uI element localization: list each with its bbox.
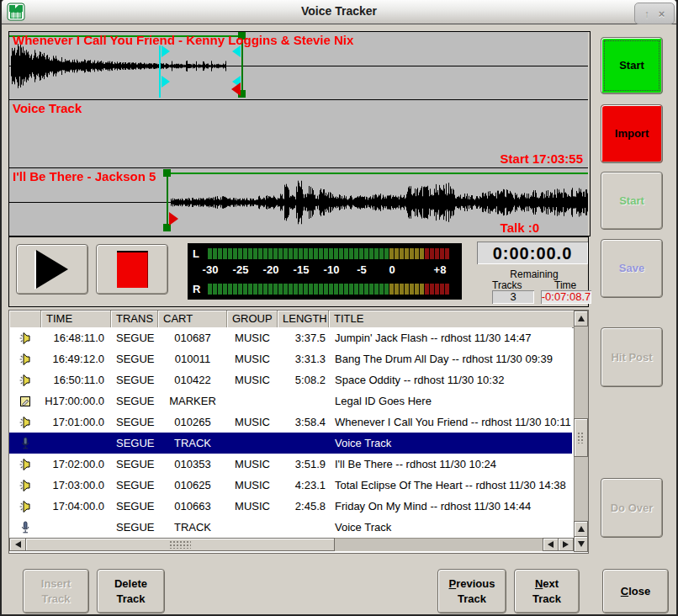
- fade-marker-line[interactable]: [159, 45, 161, 98]
- start-record-button[interactable]: Start: [601, 37, 663, 94]
- cell-trans: SEGUE: [111, 374, 158, 386]
- meter-segment: [389, 248, 394, 259]
- track-start-handle[interactable]: [163, 169, 171, 177]
- cell-length: 3:37.5: [278, 332, 329, 344]
- shade-window-icon[interactable]: ↑: [644, 8, 650, 19]
- fade-marker-handle[interactable]: [162, 45, 170, 57]
- meter-segment: [233, 248, 237, 259]
- play-button[interactable]: [16, 244, 88, 295]
- track-start-line[interactable]: [167, 171, 168, 231]
- log-row[interactable]: SEGUETRACKVoice Track: [9, 517, 572, 538]
- log-row[interactable]: 16:50:11.0SEGUE010422MUSIC5:08.2Space Od…: [9, 369, 572, 390]
- column-header-length[interactable]: LENGTH: [278, 311, 329, 327]
- cell-cart: TRACK: [158, 437, 227, 449]
- vertical-scrollbar[interactable]: [574, 311, 588, 551]
- stop-button[interactable]: [96, 244, 168, 295]
- meter-segment: [349, 248, 353, 259]
- scroll-up-button-2[interactable]: [574, 521, 588, 537]
- meter-segment: [405, 284, 409, 295]
- fade-end-handle[interactable]: [232, 45, 241, 57]
- meter-segment: [228, 248, 232, 259]
- meter-segment: [263, 284, 267, 295]
- meter-segment: [349, 284, 353, 295]
- import-button[interactable]: Import: [601, 104, 663, 163]
- cell-length: 2:45.8: [278, 500, 329, 512]
- meter-segment: [304, 284, 308, 295]
- scroll-left-button-2[interactable]: [543, 538, 559, 551]
- vertical-scroll-thumb[interactable]: [574, 418, 588, 457]
- meter-segment: [324, 284, 328, 295]
- close-button[interactable]: Close: [602, 569, 669, 613]
- cell-title: Friday On My Mind -- rdhost 11/30 14:44: [329, 500, 572, 512]
- meter-segment: [299, 248, 303, 259]
- cell-length: 4:23.1: [278, 479, 329, 491]
- meter-segment: [289, 248, 293, 259]
- scroll-right-button[interactable]: [558, 538, 574, 551]
- cell-group: MUSIC: [227, 479, 278, 491]
- meter-right-bar: [208, 284, 449, 295]
- column-header-cart[interactable]: CART: [158, 311, 227, 327]
- close-window-icon[interactable]: ×: [659, 8, 665, 19]
- log-row[interactable]: 17:04:00.0SEGUE010663MUSIC2:45.8Friday O…: [9, 496, 572, 517]
- cell-cart: 010663: [158, 500, 227, 512]
- arrow-left-icon: [548, 541, 554, 548]
- meter-segment: [379, 284, 384, 295]
- meter-segment: [248, 248, 252, 259]
- log-row[interactable]: 16:49:12.0SEGUE010011MUSIC3:31.3Bang The…: [9, 348, 572, 369]
- previous-track-button[interactable]: PreviousTrack: [437, 569, 506, 613]
- end-marker-handle[interactable]: [231, 82, 241, 96]
- next-track-button[interactable]: NextTrack: [514, 569, 580, 613]
- horizontal-scrollbar[interactable]: [9, 538, 572, 551]
- meter-segment: [339, 284, 343, 295]
- meter-segment: [379, 248, 384, 259]
- scroll-up-button[interactable]: [574, 311, 588, 327]
- meter-segment: [314, 284, 318, 295]
- cell-cart: 010422: [158, 374, 227, 386]
- meter-scale-tick: +8: [434, 263, 447, 276]
- titlebar[interactable]: Voice Tracker ↑ ×: [2, 0, 676, 24]
- hit-post-button: Hit Post: [601, 327, 663, 387]
- meter-segment: [208, 248, 212, 259]
- delete-track-button[interactable]: DeleteTrack: [97, 569, 165, 613]
- meter-segment: [238, 248, 242, 259]
- speaker-icon: [9, 458, 41, 471]
- scroll-left-button[interactable]: [9, 538, 26, 551]
- voice-track-start-time: Start 17:03:55: [501, 151, 583, 166]
- cell-trans: SEGUE: [111, 395, 158, 407]
- meter-segment: [344, 248, 348, 259]
- cell-cart: 010265: [158, 416, 227, 428]
- meter-segment: [334, 284, 338, 295]
- log-row[interactable]: H17:00:00.0SEGUEMARKERLegal ID Goes Here: [9, 390, 572, 412]
- waveform-panel-previous-track[interactable]: Whenever I Call You Friend - Kenny Loggi…: [9, 32, 588, 100]
- cell-time: 16:48:11.0: [41, 332, 111, 344]
- column-header-group[interactable]: GROUP: [227, 311, 278, 327]
- scroll-down-button[interactable]: [574, 536, 588, 552]
- meter-segment: [208, 284, 212, 295]
- cell-title: Bang The Drum All Day -- rdhost 11/30 09…: [329, 353, 572, 365]
- column-header-trans[interactable]: TRANS: [111, 311, 158, 327]
- cell-time: 16:50:11.0: [41, 374, 111, 386]
- column-header-time[interactable]: TIME: [41, 311, 111, 327]
- waveform-panel-next-track[interactable]: I'll Be There - Jackson 5 Talk :0: [9, 168, 588, 236]
- log-row[interactable]: 17:01:00.0SEGUE010265MUSIC3:58.4Whenever…: [9, 412, 572, 433]
- log-row[interactable]: SEGUETRACKVoice Track: [9, 433, 572, 454]
- meter-segment: [278, 248, 283, 259]
- stop-icon: [117, 251, 148, 288]
- cell-time: H17:00:00.0: [41, 395, 111, 407]
- log-row[interactable]: 17:03:00.0SEGUE010625MUSIC4:23.1Total Ec…: [9, 475, 572, 496]
- log-row[interactable]: 17:02:00.0SEGUE010353MUSIC3:51.9I'll Be …: [9, 454, 572, 475]
- start-marker-handle[interactable]: [169, 212, 178, 226]
- cell-trans: SEGUE: [111, 416, 158, 428]
- horizontal-scroll-thumb[interactable]: [25, 538, 335, 551]
- meter-segment: [410, 284, 414, 295]
- fade-marker-handle[interactable]: [162, 76, 170, 88]
- talk-time-label: Talk :0: [501, 220, 539, 235]
- column-header-title[interactable]: TITLE: [329, 311, 588, 327]
- waveform-panel-voice-track[interactable]: Voice Track Start 17:03:55: [9, 100, 588, 168]
- log-row[interactable]: 16:48:11.0SEGUE010687MUSIC3:37.5Jumpin' …: [9, 327, 572, 348]
- meter-segment: [223, 284, 227, 295]
- column-header-icon[interactable]: [9, 311, 41, 327]
- arrow-right-icon: [563, 541, 569, 548]
- arrow-down-icon: [578, 541, 585, 547]
- meter-segment: [420, 284, 424, 295]
